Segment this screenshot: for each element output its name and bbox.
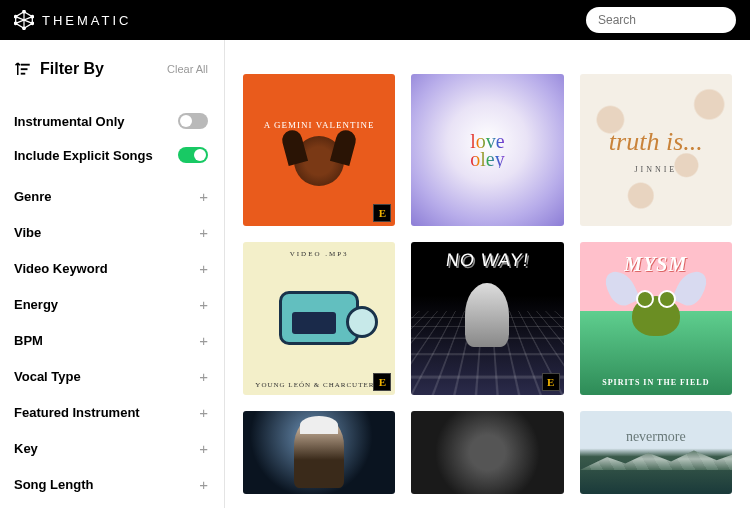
filter-cat-video-keyword[interactable]: Video Keyword+	[14, 250, 208, 286]
app-header: THEMATIC	[0, 0, 750, 40]
filter-sidebar: Filter By Clear All Instrumental Only In…	[0, 40, 225, 508]
plus-icon: +	[199, 296, 208, 313]
filter-header: Filter By Clear All	[14, 60, 208, 78]
filter-title-text: Filter By	[40, 60, 104, 78]
search-box[interactable]	[586, 7, 736, 33]
plus-icon: +	[199, 440, 208, 457]
album-card[interactable]	[243, 411, 395, 495]
filter-cat-vibe[interactable]: Vibe+	[14, 214, 208, 250]
filter-label: Key	[14, 441, 38, 456]
filter-cat-bpm[interactable]: BPM+	[14, 322, 208, 358]
filter-label: Featured Instrument	[14, 405, 140, 420]
album-card[interactable]: loveoley	[411, 74, 563, 226]
plus-icon: +	[199, 224, 208, 241]
album-title: nevermore	[580, 429, 732, 445]
brand-text: THEMATIC	[42, 13, 131, 28]
svg-rect-11	[21, 68, 28, 70]
album-title: VIDEO .MP3	[290, 250, 349, 258]
filter-label: Vibe	[14, 225, 41, 240]
brand[interactable]: THEMATIC	[14, 10, 131, 30]
album-card[interactable]	[411, 411, 563, 495]
filter-label: Vocal Type	[14, 369, 81, 384]
explicit-badge: E	[373, 373, 391, 391]
album-card[interactable]: VIDEO .MP3 YOUNG LEÓN & CHARCUTERIE E	[243, 242, 395, 394]
filter-cat-energy[interactable]: Energy+	[14, 286, 208, 322]
svg-point-8	[14, 22, 16, 25]
filter-cat-vocal-type[interactable]: Vocal Type+	[14, 358, 208, 394]
album-card[interactable]: nevermore	[580, 411, 732, 495]
svg-rect-12	[21, 73, 26, 75]
main-layout: Filter By Clear All Instrumental Only In…	[0, 40, 750, 508]
plus-icon: +	[199, 188, 208, 205]
clear-all-button[interactable]: Clear All	[167, 63, 208, 75]
filter-cat-featured-instrument[interactable]: Featured Instrument+	[14, 394, 208, 430]
album-card[interactable]: MYSM SPIRITS IN THE FIELD	[580, 242, 732, 394]
search-input[interactable]	[598, 13, 724, 27]
album-title: A GEMINI VALENTINE	[264, 120, 375, 130]
explicit-badge: E	[373, 204, 391, 222]
plus-icon: +	[199, 260, 208, 277]
album-title: MYSM	[624, 253, 687, 276]
album-artist: SPIRITS IN THE FIELD	[602, 378, 709, 387]
plus-icon: +	[199, 404, 208, 421]
svg-point-4	[23, 10, 26, 13]
filter-icon	[14, 60, 32, 78]
svg-point-7	[23, 27, 26, 30]
svg-point-6	[31, 22, 34, 25]
album-card[interactable]: A GEMINI VALENTINE E	[243, 74, 395, 226]
filter-label: Energy	[14, 297, 58, 312]
explicit-toggle[interactable]	[178, 147, 208, 163]
filter-label: Song Length	[14, 477, 93, 492]
plus-icon: +	[199, 368, 208, 385]
album-art	[294, 136, 344, 186]
filter-cat-genre[interactable]: Genre+	[14, 178, 208, 214]
filter-cat-key[interactable]: Key+	[14, 430, 208, 466]
svg-rect-10	[21, 64, 30, 66]
svg-point-9	[14, 15, 16, 18]
album-art	[294, 418, 344, 488]
toggle-instrumental: Instrumental Only	[14, 104, 208, 138]
filter-label: Genre	[14, 189, 52, 204]
album-title: NO WAY!	[445, 250, 531, 271]
plus-icon: +	[199, 476, 208, 493]
toggle-explicit: Include Explicit Songs	[14, 138, 208, 172]
plus-icon: +	[199, 332, 208, 349]
toggle-label: Instrumental Only	[14, 114, 125, 129]
toggle-label: Include Explicit Songs	[14, 148, 153, 163]
album-card[interactable]: NO WAY! E	[411, 242, 563, 394]
filter-label: Video Keyword	[14, 261, 108, 276]
album-card[interactable]: truth is... JINNIE	[580, 74, 732, 226]
explicit-badge: E	[542, 373, 560, 391]
album-title: truth is...	[609, 127, 703, 157]
filter-label: BPM	[14, 333, 43, 348]
album-grid: A GEMINI VALENTINE E loveoley truth is..…	[225, 40, 750, 508]
filter-cat-song-length[interactable]: Song Length+	[14, 466, 208, 502]
album-artist: JINNIE	[634, 165, 677, 174]
logo-icon	[14, 10, 34, 30]
album-title: loveoley	[470, 132, 504, 168]
instrumental-toggle[interactable]	[178, 113, 208, 129]
album-art	[465, 283, 509, 347]
album-art	[279, 291, 359, 345]
svg-point-5	[31, 15, 34, 18]
album-art	[632, 296, 680, 336]
